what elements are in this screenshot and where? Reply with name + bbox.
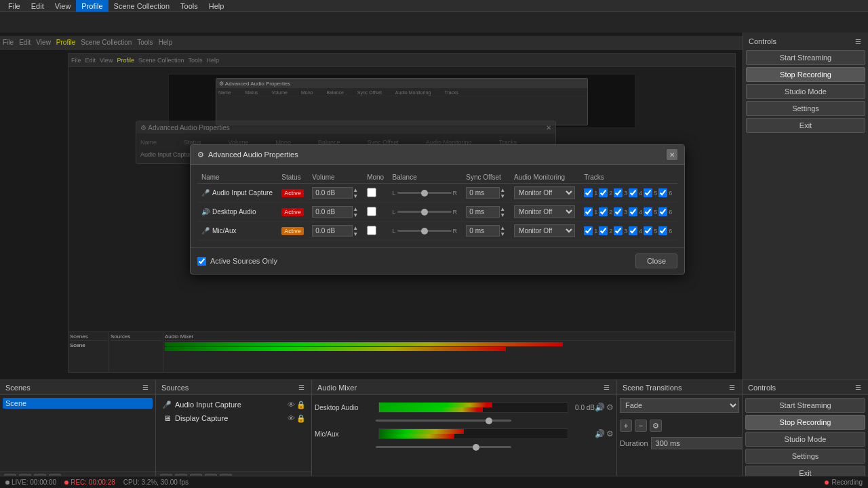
row2-sync-input[interactable] xyxy=(466,206,500,218)
menu-view[interactable]: View xyxy=(50,0,77,12)
row3-monitor-select[interactable]: Monitor Off Monitor Only Monitor and Out… xyxy=(514,224,575,237)
inner-menu-scene-collection[interactable]: Scene Collection xyxy=(81,39,132,46)
desktop-mute-btn[interactable]: 🔊 xyxy=(595,403,605,412)
sources-menu-icon[interactable]: ☰ xyxy=(296,383,306,392)
row3-track1[interactable] xyxy=(584,226,593,235)
row2-balance-slider[interactable] xyxy=(397,211,452,213)
source-eye-btn-0[interactable]: 👁 xyxy=(288,401,295,409)
row3-sync-down[interactable]: ▼ xyxy=(500,231,505,237)
mic-settings-btn[interactable]: ⚙ xyxy=(606,429,614,439)
row1-sync-up[interactable]: ▲ xyxy=(500,187,505,193)
inner-menu-tools[interactable]: Tools xyxy=(137,39,153,46)
transitions-settings-btn[interactable]: ⚙ xyxy=(650,420,662,432)
row1-sync-down[interactable]: ▼ xyxy=(500,193,505,199)
desktop-settings-btn[interactable]: ⚙ xyxy=(606,403,614,412)
source-item-audio-input[interactable]: 🎤 Audio Input Capture 👁 🔒 xyxy=(159,398,309,411)
row2-vol-up[interactable]: ▲ xyxy=(353,206,358,212)
row3-vol-up[interactable]: ▲ xyxy=(353,225,358,231)
row2-track2[interactable] xyxy=(599,207,608,216)
row2-sync-down[interactable]: ▼ xyxy=(500,212,505,218)
active-sources-checkbox[interactable] xyxy=(197,257,206,266)
row1-monitoring-cell: Monitor Off Monitor Only Monitor and Out… xyxy=(510,184,580,203)
row2-track6[interactable] xyxy=(658,207,667,216)
menu-help[interactable]: Help xyxy=(203,0,230,12)
row2-vol-down[interactable]: ▼ xyxy=(353,212,358,218)
mic-volume-slider[interactable] xyxy=(376,446,511,448)
row1-track1[interactable] xyxy=(584,188,593,197)
start-streaming-btn-bottom[interactable]: Start Streaming xyxy=(745,398,865,413)
row1-track4[interactable] xyxy=(629,188,637,197)
row3-sync-input[interactable] xyxy=(466,225,500,237)
transitions-add-btn[interactable]: + xyxy=(620,420,632,432)
inner-menu-profile[interactable]: Profile xyxy=(56,39,75,46)
row3-vol-down[interactable]: ▼ xyxy=(353,231,358,237)
settings-btn-bottom[interactable]: Settings xyxy=(745,449,865,464)
inner-menu-help[interactable]: Help xyxy=(159,39,173,46)
scenes-menu-icon[interactable]: ☰ xyxy=(140,383,150,392)
row1-track2[interactable] xyxy=(599,188,608,197)
scene-item-scene[interactable]: Scene xyxy=(3,398,153,409)
row2-track1[interactable] xyxy=(584,207,593,216)
transitions-remove-btn[interactable]: − xyxy=(635,420,647,432)
scene-transitions-menu-icon[interactable]: ☰ xyxy=(727,383,736,392)
settings-button[interactable]: Settings xyxy=(746,101,865,116)
row1-sync-input[interactable] xyxy=(466,187,500,199)
menu-scene-collection[interactable]: Scene Collection xyxy=(108,0,176,12)
inner-menu-file[interactable]: File xyxy=(3,39,14,46)
mic-meter-bar-top xyxy=(379,429,464,434)
row3-track3[interactable] xyxy=(614,226,623,235)
mic-mute-btn[interactable]: 🔊 xyxy=(595,429,605,439)
source-lock-btn-0[interactable]: 🔒 xyxy=(296,401,306,409)
row1-balance-slider[interactable] xyxy=(397,192,452,194)
row3-track5[interactable] xyxy=(644,226,652,235)
menu-edit[interactable]: Edit xyxy=(26,0,50,12)
row2-monitor-select[interactable]: Monitor Off Monitor Only Monitor and Out… xyxy=(514,205,575,218)
row1-vol-down[interactable]: ▼ xyxy=(353,193,358,199)
source-item-display[interactable]: 🖥 Display Capture 👁 🔒 xyxy=(159,411,309,425)
row1-volume-input[interactable] xyxy=(312,187,353,199)
row2-track3[interactable] xyxy=(614,207,623,216)
row1-vol-up[interactable]: ▲ xyxy=(353,187,358,193)
controls-menu-icon[interactable]: ☰ xyxy=(853,37,863,46)
row1-mono-checkbox[interactable] xyxy=(367,188,376,197)
row2-volume-input[interactable] xyxy=(312,206,353,218)
desktop-volume-slider[interactable] xyxy=(376,420,511,422)
row3-balance-slider[interactable] xyxy=(397,230,452,232)
row3-track6[interactable] xyxy=(658,226,667,235)
stop-recording-btn-bottom[interactable]: Stop Recording xyxy=(745,415,865,430)
row1-track3[interactable] xyxy=(614,188,623,197)
row3-track4[interactable] xyxy=(629,226,637,235)
source-eye-btn-1[interactable]: 👁 xyxy=(288,414,295,422)
start-streaming-button[interactable]: Start Streaming xyxy=(746,50,865,65)
row1-track5[interactable] xyxy=(644,188,652,197)
row2-track4[interactable] xyxy=(629,207,637,216)
row3-mono-checkbox[interactable] xyxy=(367,226,376,235)
menu-tools[interactable]: Tools xyxy=(175,0,203,12)
row3-volume-input[interactable] xyxy=(312,225,353,237)
row1-track6[interactable] xyxy=(658,188,667,197)
transition-type-select[interactable]: Fade xyxy=(620,398,739,413)
row2-sync-up[interactable]: ▲ xyxy=(500,206,505,212)
studio-mode-btn-bottom[interactable]: Studio Mode xyxy=(745,432,865,447)
row1-monitor-select[interactable]: Monitor Off Monitor Only Monitor and Out… xyxy=(514,186,575,199)
row3-sync-up[interactable]: ▲ xyxy=(500,225,505,231)
exit-button[interactable]: Exit xyxy=(746,118,865,133)
studio-mode-button[interactable]: Studio Mode xyxy=(746,84,865,99)
dialog-close-button[interactable]: Close xyxy=(635,253,677,268)
duration-input[interactable]: 300 ms xyxy=(651,437,742,449)
controls-bottom-menu-icon[interactable]: ☰ xyxy=(853,383,863,392)
audio-mixer-menu-icon[interactable]: ☰ xyxy=(601,383,611,392)
active-sources-label[interactable]: Active Sources Only xyxy=(197,257,277,266)
source-lock-btn-1[interactable]: 🔒 xyxy=(296,414,306,423)
menu-profile[interactable]: Profile xyxy=(76,0,108,12)
dialog-close-btn[interactable]: ✕ xyxy=(667,149,677,160)
bg-dialog-content: NameStatusVolumeMonoBalanceSync OffsetAu… xyxy=(216,88,587,98)
row2-mono-checkbox[interactable] xyxy=(367,207,376,216)
dialog-title-bar[interactable]: ⚙ Advanced Audio Properties ✕ xyxy=(191,145,684,165)
stop-recording-button[interactable]: Stop Recording xyxy=(746,67,865,82)
row2-track5[interactable] xyxy=(644,207,652,216)
inner-menu-view[interactable]: View xyxy=(36,39,51,46)
menu-file[interactable]: File xyxy=(3,0,26,12)
row3-track2[interactable] xyxy=(599,226,608,235)
inner-menu-edit[interactable]: Edit xyxy=(19,39,31,46)
